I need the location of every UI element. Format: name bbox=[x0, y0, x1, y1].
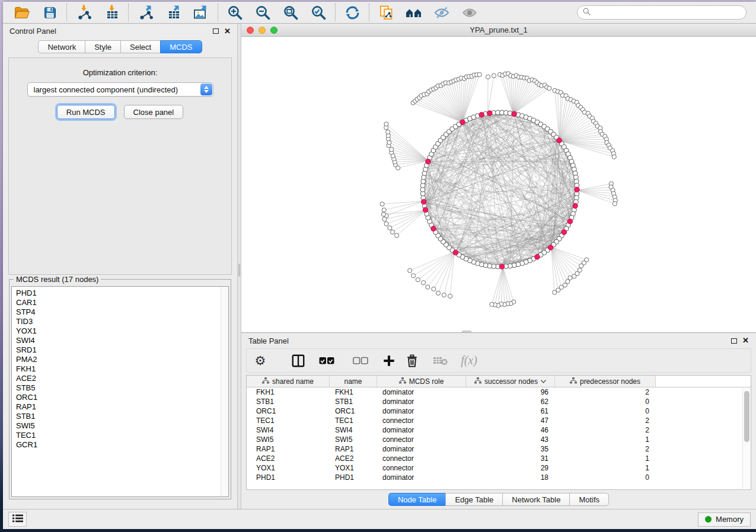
minimize-window-icon[interactable] bbox=[259, 27, 266, 34]
open-file-icon[interactable] bbox=[13, 4, 31, 21]
table-row[interactable]: YOX1YOX1connector291 bbox=[247, 463, 751, 473]
close-table-panel-icon[interactable]: ✕ bbox=[742, 338, 749, 344]
mcds-result-item[interactable]: ORC1 bbox=[16, 393, 216, 402]
toggle-panel-icon[interactable] bbox=[291, 353, 306, 368]
table-row[interactable]: ACE2ACE2connector311 bbox=[247, 454, 751, 463]
tab-mcds[interactable]: MCDS bbox=[160, 40, 202, 53]
mcds-result-item[interactable]: TID3 bbox=[16, 317, 216, 326]
mcds-result-item[interactable]: SWI4 bbox=[16, 336, 216, 345]
table-row[interactable]: PHD1PHD1dominator180 bbox=[247, 473, 751, 482]
settings-gear-icon[interactable]: ⚙ bbox=[253, 353, 268, 368]
table-scrollbar[interactable] bbox=[742, 388, 750, 489]
hierarchy-icon bbox=[262, 377, 269, 386]
table-toolbar: ⚙f(x) bbox=[246, 348, 751, 373]
export-image-icon[interactable] bbox=[192, 4, 210, 21]
run-mcds-button[interactable]: Run MCDS bbox=[57, 105, 115, 119]
table-row[interactable]: STB1STB1dominator620 bbox=[247, 397, 751, 406]
mcds-result-item[interactable]: STB5 bbox=[16, 383, 216, 393]
mcds-result-item[interactable]: YOX1 bbox=[16, 326, 216, 336]
column-header-MCDS-role[interactable]: MCDS role bbox=[377, 376, 466, 387]
tab-motifs[interactable]: Motifs bbox=[569, 493, 609, 506]
first-neighbors-icon[interactable] bbox=[405, 4, 423, 21]
close-panel-icon[interactable]: ✕ bbox=[224, 28, 231, 34]
table-cell: FKH1 bbox=[330, 388, 377, 396]
mcds-result-item[interactable]: GCR1 bbox=[16, 440, 216, 450]
table-cell: PHD1 bbox=[330, 473, 377, 482]
column-header-predecessor-nodes[interactable]: predecessor nodes bbox=[555, 376, 656, 387]
optimization-select[interactable]: largest connected component (undirected) bbox=[27, 82, 213, 97]
import-table-icon[interactable] bbox=[103, 4, 120, 21]
tab-style[interactable]: Style bbox=[85, 40, 120, 53]
export-table-icon[interactable] bbox=[164, 4, 182, 21]
mcds-list-scrollbar[interactable] bbox=[221, 287, 228, 496]
table-row[interactable]: FKH1FKH1dominator962 bbox=[247, 387, 751, 397]
table-cell: 0 bbox=[555, 473, 656, 482]
mcds-result-item[interactable]: TEC1 bbox=[16, 431, 216, 440]
show-all-icon[interactable] bbox=[461, 4, 479, 21]
table-cell: RAP1 bbox=[330, 445, 377, 453]
mcds-result-item[interactable]: SWI5 bbox=[16, 421, 216, 431]
close-window-icon[interactable] bbox=[247, 27, 254, 34]
panel-splitter[interactable] bbox=[237, 24, 241, 509]
table-row[interactable]: SWI5SWI5connector431 bbox=[247, 435, 751, 444]
mcds-result-item[interactable]: RAP1 bbox=[16, 402, 216, 412]
zoom-out-icon[interactable] bbox=[254, 4, 272, 21]
add-column-icon[interactable] bbox=[381, 353, 397, 368]
table-cell: connector bbox=[377, 464, 466, 472]
tab-select[interactable]: Select bbox=[120, 40, 160, 53]
table-row[interactable]: SWI4SWI4dominator462 bbox=[247, 425, 751, 435]
save-session-icon[interactable] bbox=[41, 4, 59, 21]
table-row[interactable]: TEC1TEC1connector472 bbox=[247, 416, 751, 425]
search-field[interactable] bbox=[577, 5, 747, 20]
mcds-result-item[interactable]: PMA2 bbox=[16, 355, 216, 364]
tab-node-table[interactable]: Node Table bbox=[388, 493, 446, 506]
desktop: Control Panel ✕ NetworkStyleSelectMCDS O… bbox=[0, 0, 756, 532]
tab-network[interactable]: Network bbox=[38, 40, 85, 53]
deselect-all-icon[interactable] bbox=[347, 353, 374, 368]
import-network-icon[interactable] bbox=[75, 4, 92, 21]
network-graph[interactable] bbox=[241, 37, 756, 332]
table-cell: SWI4 bbox=[330, 426, 377, 434]
column-header-shared-name[interactable]: shared name bbox=[247, 376, 330, 387]
network-canvas[interactable] bbox=[241, 37, 756, 332]
table-cell: ACE2 bbox=[330, 454, 377, 463]
horizontal-splitter-handle[interactable] bbox=[462, 331, 471, 332]
maximize-window-icon[interactable] bbox=[270, 27, 277, 34]
table-cell: 2 bbox=[555, 445, 656, 453]
memory-button[interactable]: Memory bbox=[698, 512, 751, 527]
table-row[interactable]: ORC1ORC1dominator610 bbox=[247, 406, 751, 416]
float-table-panel-icon[interactable] bbox=[731, 338, 737, 344]
zoom-selected-icon[interactable] bbox=[310, 4, 327, 21]
delete-column-icon[interactable] bbox=[404, 353, 420, 368]
mcds-result-item[interactable]: STB1 bbox=[16, 412, 216, 421]
table-row[interactable]: RAP1RAP1dominator352 bbox=[247, 444, 751, 454]
splitter-handle[interactable] bbox=[238, 264, 240, 277]
refresh-layout-icon[interactable] bbox=[343, 4, 361, 21]
zoom-in-icon[interactable] bbox=[226, 4, 244, 21]
tab-network-table[interactable]: Network Table bbox=[502, 493, 569, 506]
column-header-successor-nodes[interactable]: successor nodes bbox=[466, 376, 555, 387]
hide-selected-icon[interactable] bbox=[433, 4, 451, 21]
mcds-result-item[interactable]: CAR1 bbox=[16, 298, 216, 307]
table-cell: ORC1 bbox=[247, 407, 330, 415]
export-network-icon[interactable] bbox=[136, 4, 154, 21]
task-history-button[interactable] bbox=[8, 512, 27, 527]
column-header-name[interactable]: name bbox=[330, 376, 377, 387]
mcds-result-item[interactable]: SRD1 bbox=[16, 345, 216, 355]
tab-edge-table[interactable]: Edge Table bbox=[445, 493, 502, 506]
mcds-result-item[interactable]: STP4 bbox=[16, 307, 216, 317]
mcds-result-box: MCDS result (17 nodes) PHD1CAR1STP4TID3Y… bbox=[9, 279, 231, 499]
search-input[interactable] bbox=[594, 8, 741, 17]
mcds-result-item[interactable]: PHD1 bbox=[16, 289, 216, 298]
table-scrollbar-thumb[interactable] bbox=[744, 391, 749, 442]
search-icon bbox=[583, 7, 591, 18]
float-panel-icon[interactable] bbox=[213, 28, 219, 34]
select-all-icon[interactable] bbox=[314, 353, 340, 368]
mcds-result-item[interactable]: FKH1 bbox=[16, 364, 216, 374]
close-panel-button[interactable]: Close panel bbox=[124, 105, 184, 119]
mcds-result-item[interactable]: ACE2 bbox=[16, 374, 216, 383]
zoom-fit-icon[interactable] bbox=[282, 4, 299, 21]
table-cell: TEC1 bbox=[330, 416, 377, 425]
clone-network-icon[interactable] bbox=[377, 4, 395, 21]
hierarchy-icon bbox=[570, 377, 577, 386]
